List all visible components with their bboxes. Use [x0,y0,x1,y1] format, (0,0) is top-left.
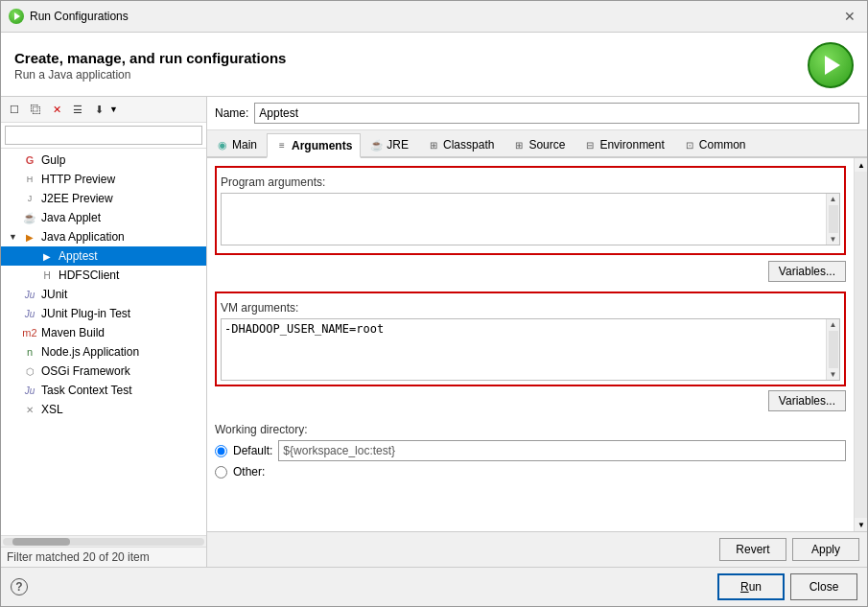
filter-button[interactable]: ☰ [68,100,87,119]
default-dir-input[interactable] [278,440,846,461]
vm-args-section: VM arguments: -DHADOOP_USER_NAME=root ▲ … [215,292,846,415]
tree-item-xsl[interactable]: ✕ XSL [1,400,206,419]
classpath-tab-icon: ⊞ [427,138,440,152]
vm-args-input[interactable]: -DHADOOP_USER_NAME=root [222,319,826,380]
right-scrollbar[interactable]: ▲ ▼ [854,158,867,531]
help-button[interactable]: ? [11,578,28,595]
vm-args-box: -DHADOOP_USER_NAME=root ▲ ▼ [221,318,840,381]
tree-item-nodejs[interactable]: n Node.js Application [1,342,206,362]
tree-item-apptest[interactable]: ▶ Apptest [1,246,206,266]
clearfix: Variables... [215,390,846,415]
source-tab-icon: ⊞ [512,138,526,152]
toolbar-dropdown[interactable]: ⬇ ▼ [89,100,118,119]
tree-item-junit-plugin[interactable]: Ju JUnit Plug-in Test [1,304,206,323]
tree-item-java-applet[interactable]: ☕ Java Applet [1,208,206,227]
j2ee-icon: J [22,191,37,206]
scroll-up-icon: ▲ [829,194,838,204]
duplicate-button[interactable]: ⿻ [26,100,45,119]
xsl-icon: ✕ [22,402,37,417]
clearfix: Variables... [215,261,846,286]
vm-args-scrollbar: ▲ ▼ [826,319,839,380]
search-input[interactable] [5,126,202,145]
delete-button[interactable]: ✕ [47,100,66,119]
scroll-up-button[interactable]: ▲ [855,158,867,172]
scroll-down-icon: ▼ [829,234,838,245]
tree-item-maven[interactable]: m2 Maven Build [1,323,206,342]
scrollbar-thumb[interactable] [12,538,70,546]
header-text: Create, manage, and run configurations R… [14,50,286,82]
tree-item-label: HDFSClient [59,268,119,282]
more-button[interactable]: ⬇ [89,100,108,119]
run-configurations-window: Run Configurations ✕ Create, manage, and… [0,0,868,607]
variables-button-2[interactable]: Variables... [768,390,846,411]
variables-button-1[interactable]: Variables... [768,261,846,282]
tree-item-java-application[interactable]: ▼ ▶ Java Application [1,227,206,246]
right-panel: Name: ◉ Main ≡ Arguments ☕ JRE ⊞ [207,97,867,567]
tree-item-label: JUnit [41,288,67,301]
tab-classpath-label: Classpath [443,138,494,152]
scroll-track [855,172,867,518]
program-args-input[interactable] [222,194,826,245]
tab-jre-label: JRE [387,138,409,152]
tree-item-http[interactable]: H HTTP Preview [1,170,206,189]
tab-source[interactable]: ⊞ Source [504,133,574,156]
nodejs-icon: n [22,344,37,360]
scroll-track [829,205,838,233]
tree-item-gulp[interactable]: G Gulp [1,151,206,170]
program-args-scrollbar: ▲ ▼ [826,194,839,245]
bottom-bar: Revert Apply [207,531,867,567]
tree-item-label: Maven Build [41,326,105,339]
dropdown-arrow-icon: ▼ [109,105,118,114]
tree-item-task[interactable]: Ju Task Context Test [1,381,206,400]
new-config-button[interactable]: ☐ [5,100,24,119]
default-radio-row: Default: [215,440,846,461]
expand-icon: ▼ [9,232,18,242]
default-radio[interactable] [215,445,227,457]
run-button[interactable] [808,42,854,88]
tab-environment[interactable]: ⊟ Environment [575,133,672,156]
run-footer-button[interactable]: Run [717,573,785,600]
close-button[interactable]: ✕ [840,7,859,26]
apply-button[interactable]: Apply [792,538,859,561]
other-radio[interactable] [215,466,227,479]
tree-item-hdfsclient[interactable]: H HDFSClient [1,266,206,285]
search-box [1,123,206,149]
tab-content: Program arguments: ▲ ▼ Variables... [207,158,867,531]
program-args-highlight: Program arguments: ▲ ▼ [215,166,846,255]
close-footer-button[interactable]: Close [790,573,857,600]
hdfsclient-icon: H [39,268,55,283]
tree-item-j2ee[interactable]: J J2EE Preview [1,189,206,208]
gulp-icon: G [22,152,37,168]
tab-jre[interactable]: ☕ JRE [362,133,417,156]
tab-main-label: Main [232,138,257,152]
config-tree: G Gulp H HTTP Preview J J2EE Preview ☕ J… [1,149,206,535]
osgi-icon: ⬡ [22,363,37,379]
name-input[interactable] [254,103,859,124]
tree-item-label: Java Applet [41,211,101,224]
tab-main[interactable]: ◉ Main [207,133,266,156]
tree-item-label: J2EE Preview [41,192,113,205]
tree-item-label: Java Application [41,230,125,244]
apptest-icon: ▶ [39,248,55,264]
task-icon: Ju [22,383,37,398]
revert-button[interactable]: Revert [719,538,786,561]
default-radio-label: Default: [233,444,272,457]
tree-item-osgi[interactable]: ⬡ OSGi Framework [1,362,206,381]
scroll-down-button[interactable]: ▼ [855,518,867,531]
scroll-down-icon: ▼ [829,369,838,380]
args-tab-icon: ≡ [275,139,289,152]
main-content: ☐ ⿻ ✕ ☰ ⬇ ▼ G Gulp [1,97,867,567]
tree-item-junit[interactable]: Ju JUnit [1,285,206,304]
tab-common[interactable]: ⊡ Common [674,133,755,156]
scroll-track [829,331,838,368]
horizontal-scrollbar[interactable] [1,535,206,547]
tab-classpath[interactable]: ⊞ Classpath [418,133,503,156]
program-args-box: ▲ ▼ [221,193,840,245]
run-underline: R [740,580,749,594]
header: Create, manage, and run configurations R… [1,33,867,97]
tab-arguments[interactable]: ≡ Arguments [267,133,361,158]
title-bar-text: Run Configurations [30,10,129,23]
footer-right: Run Close [717,573,857,600]
window-icon [9,9,24,24]
junit-plugin-icon: Ju [22,306,37,321]
